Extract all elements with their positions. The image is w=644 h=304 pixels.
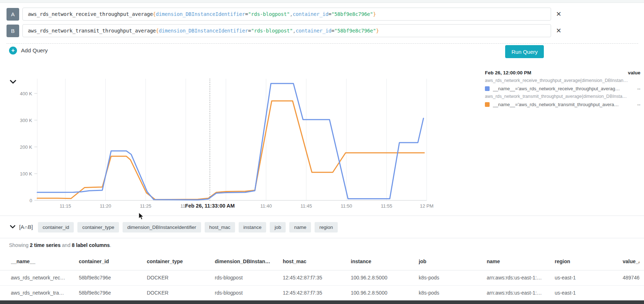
x-tick-label: 12 PM: [420, 203, 434, 209]
y-tick-label: 0: [30, 198, 32, 203]
y-tick-label: 400 K: [20, 91, 32, 96]
query-token: {: [156, 28, 159, 34]
column-header-job: job: [419, 259, 487, 264]
column-header-instance: instance: [351, 259, 419, 264]
query-section-separator: [7, 43, 638, 44]
query-label-badge: B: [7, 25, 19, 37]
column-header-region: region: [555, 259, 623, 264]
summary-prefix: Showing: [9, 242, 30, 248]
query-token: "rds-blogpost": [248, 11, 290, 17]
query-explorer-page: Aaws_rds_network_receive_throughput_aver…: [0, 0, 644, 304]
query-row: Aaws_rds_network_receive_throughput_aver…: [7, 8, 566, 21]
query-token: {: [153, 11, 156, 17]
query-token: container_id: [296, 28, 332, 34]
hover-time-label: Feb 26, 11:33:00 AM: [185, 203, 235, 209]
query-token: container_id: [293, 11, 328, 17]
cell-__name__: aws_rds_network_rec…: [11, 275, 79, 281]
x-tick-label: 11:45: [300, 203, 312, 209]
summary-mid: and: [60, 242, 72, 248]
cell-value_A: 489746.8: [623, 275, 639, 281]
column-header-__name__: __name__: [11, 259, 79, 264]
x-tick-label: 11:50: [341, 203, 352, 209]
query-token: ,: [290, 11, 293, 17]
legend-series-item[interactable]: __name__='aws_rds_network_receive_throug…: [485, 84, 640, 92]
results-table-header: __name__container_idcontainer_typedimens…: [0, 253, 644, 270]
cell-instance: 100.96.2.8:5000: [351, 290, 419, 296]
cell-container_type: DOCKER: [147, 290, 215, 296]
legend-hover-time: Feb 26, 12:00:00 PM: [485, 70, 531, 75]
cell-host_mac: 12:45:42:87:f7:35: [283, 275, 351, 281]
legend-series-group: aws_rds_network_receive_throughput_avera…: [485, 77, 640, 84]
cell-name: arn:aws:rds:us-east-1:…: [487, 290, 555, 296]
legend-series-item[interactable]: __name__='aws_rds_network_transmit_throu…: [485, 100, 640, 108]
remove-query-button[interactable]: ✕: [551, 10, 566, 18]
column-header-host_mac: host_mac: [283, 259, 351, 264]
query-input[interactable]: aws_rds_network_receive_throughput_avera…: [22, 8, 551, 21]
query-token: =: [248, 28, 251, 34]
cell-instance: 100.96.2.8:5000: [351, 275, 419, 281]
column-header-name: name: [487, 259, 555, 264]
add-query-button[interactable]: + Add Query: [9, 47, 48, 55]
cell-job: k8s-pods: [419, 290, 487, 296]
query-token: ,: [293, 28, 295, 34]
run-query-button[interactable]: Run Query: [505, 45, 544, 58]
label-chip-name[interactable]: name: [289, 222, 311, 233]
y-tick-label: 300 K: [20, 118, 32, 123]
table-row[interactable]: aws_rds_network_rec…58bf9e8c796eDOCKERrd…: [0, 270, 644, 286]
x-tick-label: 11:20: [100, 203, 111, 209]
cell-host_mac: 12:45:42:87:f7:35: [283, 290, 351, 296]
cell-name: arn:aws:rds:us-east-1:…: [487, 275, 555, 281]
label-chip-region[interactable]: region: [315, 222, 338, 233]
summary-columns-count: 8 label columns: [72, 242, 110, 248]
legend-series-value: --: [637, 102, 640, 107]
label-columns-bar: [A∩B] container_idcontainer_typedimensio…: [0, 216, 644, 238]
legend-series-label: __name__='aws_rds_network_receive_throug…: [493, 86, 634, 91]
label-chip-job[interactable]: job: [270, 222, 286, 233]
query-row: Baws_rds_network_transmit_throughput_ave…: [7, 24, 566, 37]
label-chip-host_mac[interactable]: host_mac: [205, 222, 235, 233]
query-token: =: [331, 28, 334, 34]
top-divider: [0, 0, 644, 3]
cell-container_type: DOCKER: [147, 275, 215, 281]
query-token: }: [373, 11, 376, 17]
cell-region: us-east-1: [555, 275, 623, 281]
legend-swatch: [485, 102, 490, 107]
query-token: =: [328, 11, 331, 17]
throughput-chart[interactable]: 0100 K200 K300 K400 K11:1511:2011:251111…: [9, 69, 461, 213]
cell-container_id: 58bf9e8c796e: [79, 275, 147, 281]
query-set-label: [A∩B]: [19, 224, 33, 230]
remove-query-button[interactable]: ✕: [551, 26, 566, 35]
legend-value-header: value: [628, 70, 640, 75]
query-token: }: [376, 28, 379, 34]
legend-series-value: --: [637, 86, 640, 91]
query-token: dimension_DBInstanceIdentifier: [159, 28, 248, 34]
series-line-transmit: [37, 101, 424, 200]
label-chip-instance[interactable]: instance: [239, 222, 266, 233]
x-tick-label: 11:40: [260, 203, 272, 209]
label-chip-container_type[interactable]: container_type: [77, 222, 119, 233]
results-summary: Showing 2 time series and 8 label column…: [9, 242, 111, 248]
cell-__name__: aws_rds_network_tra…: [11, 290, 79, 296]
legend-swatch: [485, 86, 490, 91]
label-chip-container_id[interactable]: container_id: [38, 222, 74, 233]
labels-collapse-chevron-icon[interactable]: [10, 225, 16, 229]
add-query-label: Add Query: [21, 47, 48, 54]
query-label-badge: A: [7, 8, 19, 21]
legend-entries: aws_rds_network_receive_throughput_avera…: [485, 77, 640, 108]
query-token: aws_rds_network_receive_throughput_avera…: [28, 11, 153, 17]
label-chip-dimension_DBInstanceIdentifier[interactable]: dimension_DBInstanceIdentifier: [123, 222, 201, 233]
x-tick-label: 11:15: [60, 203, 71, 209]
cell-region: us-east-1: [555, 290, 623, 296]
summary-suffix: .: [110, 242, 111, 248]
x-tick-label: 11:55: [381, 203, 392, 209]
query-token: "58bf9e8c796e": [334, 28, 376, 34]
chart-tooltip-legend: Feb 26, 12:00:00 PM value aws_rds_networ…: [485, 69, 640, 108]
column-header-dimension_DBInstan…: dimension_DBInstan…: [215, 259, 283, 264]
y-tick-label: 100 K: [20, 171, 32, 177]
query-token: "58bf9e8c796e": [331, 11, 373, 17]
cell-dimension_DBInstan…: rds-blogpost: [215, 275, 283, 281]
table-row[interactable]: aws_rds_network_tra…58bf9e8c796eDOCKERrd…: [0, 285, 644, 301]
x-tick-label: 11: [180, 203, 185, 209]
query-input[interactable]: aws_rds_network_transmit_throughput_aver…: [22, 24, 551, 37]
x-tick-label: 11:25: [140, 203, 152, 209]
